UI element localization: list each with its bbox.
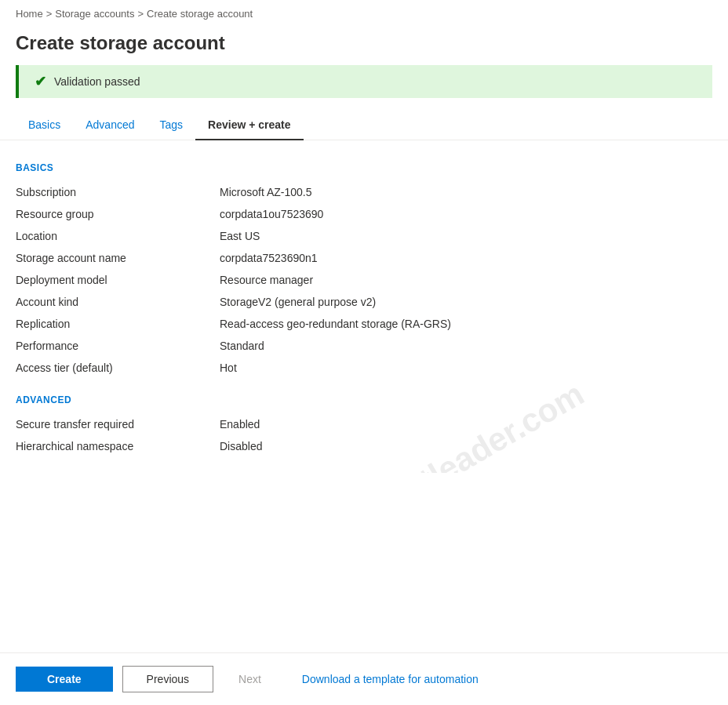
table-row: Secure transfer required Enabled — [16, 413, 712, 435]
label-deployment-model: Deployment model — [16, 269, 220, 291]
content-wrapper: certleader.com BASICS Subscription Micro… — [16, 156, 712, 473]
check-icon: ✔ — [35, 73, 46, 90]
validation-banner: ✔ Validation passed — [16, 65, 712, 98]
label-performance: Performance — [16, 335, 220, 357]
table-row: Subscription Microsoft AZ-100.5 — [16, 181, 712, 203]
label-resource-group: Resource group — [16, 203, 220, 225]
value-performance: Standard — [220, 335, 712, 357]
value-access-tier: Hot — [220, 357, 712, 379]
tab-tags[interactable]: Tags — [147, 111, 196, 140]
breadcrumb: Home > Storage accounts > Create storage… — [0, 0, 728, 24]
create-button[interactable]: Create — [16, 667, 113, 692]
table-row: Hierarchical namespace Disabled — [16, 435, 712, 457]
download-template-button[interactable]: Download a template for automation — [302, 667, 479, 692]
value-deployment-model: Resource manager — [220, 269, 712, 291]
table-row: Location East US — [16, 225, 712, 247]
content-area: certleader.com BASICS Subscription Micro… — [0, 156, 728, 652]
breadcrumb-storage-accounts[interactable]: Storage accounts — [55, 8, 134, 20]
next-button: Next — [223, 667, 277, 692]
advanced-section-title: ADVANCED — [16, 394, 712, 405]
table-row: Replication Read-access geo-redundant st… — [16, 313, 712, 335]
breadcrumb-home[interactable]: Home — [16, 8, 43, 20]
table-row: Account kind StorageV2 (general purpose … — [16, 291, 712, 313]
value-resource-group: corpdata1ou7523690 — [220, 203, 712, 225]
breadcrumb-sep2: > — [137, 8, 144, 20]
previous-button[interactable]: Previous — [122, 666, 213, 692]
value-storage-account-name: corpdata7523690n1 — [220, 247, 712, 269]
table-row: Resource group corpdata1ou7523690 — [16, 203, 712, 225]
label-account-kind: Account kind — [16, 291, 220, 313]
page-title: Create storage account — [0, 24, 728, 65]
tab-review-create[interactable]: Review + create — [195, 111, 303, 140]
value-secure-transfer: Enabled — [220, 413, 712, 435]
table-row: Storage account name corpdata7523690n1 — [16, 247, 712, 269]
tab-advanced[interactable]: Advanced — [73, 111, 147, 140]
table-row: Performance Standard — [16, 335, 712, 357]
label-hierarchical-namespace: Hierarchical namespace — [16, 435, 220, 457]
basics-section-title: BASICS — [16, 162, 712, 173]
table-row: Deployment model Resource manager — [16, 269, 712, 291]
label-location: Location — [16, 225, 220, 247]
value-replication: Read-access geo-redundant storage (RA-GR… — [220, 313, 712, 335]
breadcrumb-sep1: > — [46, 8, 53, 20]
value-account-kind: StorageV2 (general purpose v2) — [220, 291, 712, 313]
label-subscription: Subscription — [16, 181, 220, 203]
footer-bar: Create Previous Next Download a template… — [0, 652, 728, 705]
value-location: East US — [220, 225, 712, 247]
label-secure-transfer: Secure transfer required — [16, 413, 220, 435]
tab-basics[interactable]: Basics — [16, 111, 73, 140]
label-replication: Replication — [16, 313, 220, 335]
basics-table: Subscription Microsoft AZ-100.5 Resource… — [16, 181, 712, 379]
value-subscription: Microsoft AZ-100.5 — [220, 181, 712, 203]
advanced-table: Secure transfer required Enabled Hierarc… — [16, 413, 712, 457]
table-row: Access tier (default) Hot — [16, 357, 712, 379]
value-hierarchical-namespace: Disabled — [220, 435, 712, 457]
breadcrumb-current: Create storage account — [147, 8, 253, 20]
validation-message: Validation passed — [54, 75, 140, 88]
label-storage-account-name: Storage account name — [16, 247, 220, 269]
label-access-tier: Access tier (default) — [16, 357, 220, 379]
tabs-bar: Basics Advanced Tags Review + create — [0, 111, 728, 140]
